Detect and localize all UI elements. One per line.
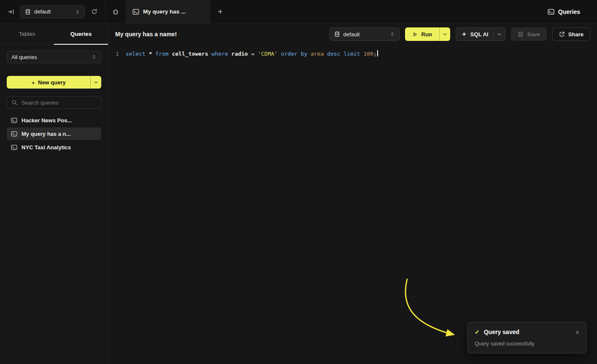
search-queries-input[interactable] xyxy=(21,99,97,106)
collapse-sidebar-button[interactable] xyxy=(6,7,16,17)
sql-ai-button[interactable]: SQL AI xyxy=(456,28,494,40)
refresh-icon xyxy=(91,8,97,15)
topbar-database-selector[interactable]: default xyxy=(20,5,85,19)
tab-strip: My query has ... + xyxy=(105,0,548,23)
query-item-label: NYC Taxi Analytics xyxy=(22,144,71,151)
topbar: default My query has ... + Q xyxy=(0,0,597,24)
query-icon xyxy=(11,145,17,150)
tab-title: My query has ... xyxy=(143,8,186,15)
chevron-updown-icon xyxy=(75,9,80,15)
sidebar-content: All queries + New query xyxy=(0,45,108,154)
refresh-button[interactable] xyxy=(89,7,99,17)
chevron-down-icon xyxy=(443,32,447,37)
share-icon xyxy=(559,31,565,37)
topbar-database-value: default xyxy=(34,8,72,15)
query-filter-value: All queries xyxy=(11,54,92,60)
query-list-item[interactable]: My query has a n... xyxy=(7,127,101,140)
database-icon xyxy=(25,9,31,15)
queries-icon xyxy=(548,9,554,15)
sidebar: Tables Queries All queries + New query xyxy=(0,24,108,364)
sql-ai-label: SQL AI xyxy=(470,31,489,38)
query-list-item[interactable]: NYC Taxi Analytics xyxy=(7,141,101,154)
tab-my-query[interactable]: My query has ... xyxy=(126,0,210,23)
query-title: My query has a name! xyxy=(115,31,177,38)
share-button[interactable]: Share xyxy=(552,27,590,41)
editor-controls: default Run xyxy=(330,27,590,41)
sidebar-tab-queries[interactable]: Queries xyxy=(54,24,108,44)
share-label: Share xyxy=(568,31,583,38)
chevron-updown-icon xyxy=(92,54,97,60)
queries-label: Queries xyxy=(558,8,580,15)
run-split-button: Run xyxy=(405,27,450,41)
new-query-label: New query xyxy=(38,79,66,86)
search-icon xyxy=(11,100,17,105)
chevron-updown-icon xyxy=(390,31,395,37)
sidebar-tab-tables[interactable]: Tables xyxy=(0,24,54,44)
line-number: 1 xyxy=(108,50,119,364)
home-button[interactable] xyxy=(105,0,126,23)
sql-ai-menu-button[interactable] xyxy=(493,28,505,40)
run-button[interactable]: Run xyxy=(405,27,439,41)
toast-message: Query saved successfully xyxy=(475,341,579,347)
save-button[interactable]: Save xyxy=(511,27,546,41)
main-panel: My query has a name! default xyxy=(108,24,597,364)
editor-database-value: default xyxy=(343,31,386,38)
new-query-menu-button[interactable] xyxy=(90,76,101,89)
editor-header: My query has a name! default xyxy=(108,24,597,45)
text-cursor xyxy=(377,50,378,57)
home-icon xyxy=(112,8,119,15)
run-menu-button[interactable] xyxy=(439,27,450,41)
sql-ai-split-button: SQL AI xyxy=(456,27,506,41)
query-icon xyxy=(132,9,139,15)
sql-code[interactable]: select * from cell_towers where radio = … xyxy=(126,50,378,364)
topbar-left: default xyxy=(0,0,105,23)
chevron-down-icon xyxy=(497,32,502,37)
query-list: Hacker News Pos... My query has a n... N… xyxy=(7,114,101,154)
query-filter-select[interactable]: All queries xyxy=(7,51,101,63)
sparkle-icon xyxy=(461,31,467,37)
editor-database-selector[interactable]: default xyxy=(330,27,400,41)
database-icon xyxy=(334,31,340,37)
query-list-item[interactable]: Hacker News Pos... xyxy=(7,114,101,127)
search-queries-box xyxy=(7,96,101,109)
collapse-sidebar-icon xyxy=(8,8,14,15)
run-label: Run xyxy=(421,31,432,38)
plus-icon: + xyxy=(31,79,35,86)
query-icon xyxy=(11,118,17,123)
toast-close-button[interactable]: × xyxy=(575,329,579,335)
query-icon xyxy=(11,131,17,137)
new-query-split-button: + New query xyxy=(7,76,101,89)
save-label: Save xyxy=(527,31,540,38)
query-item-label: My query has a n... xyxy=(22,131,70,137)
play-icon xyxy=(412,32,418,37)
queries-indicator[interactable]: Queries xyxy=(548,0,597,23)
toast-title: Query saved xyxy=(484,329,572,335)
check-icon: ✓ xyxy=(475,329,480,335)
chevron-down-icon xyxy=(94,80,98,85)
new-tab-button[interactable]: + xyxy=(210,0,230,23)
toast-query-saved: ✓ Query saved × Query saved successfully xyxy=(467,322,586,353)
new-query-button[interactable]: + New query xyxy=(7,76,90,89)
sidebar-tabs: Tables Queries xyxy=(0,24,108,45)
save-icon xyxy=(518,31,524,37)
sql-editor[interactable]: 1 select * from cell_towers where radio … xyxy=(108,45,597,364)
query-item-label: Hacker News Pos... xyxy=(22,117,72,124)
